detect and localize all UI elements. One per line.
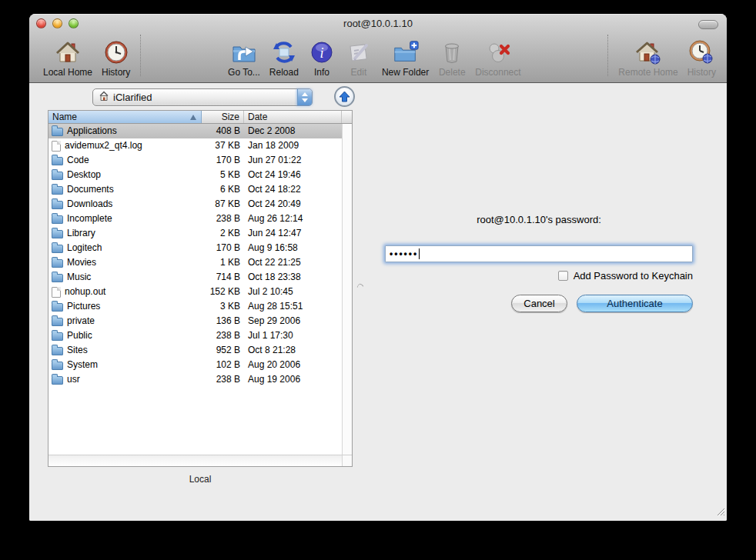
- zoom-button[interactable]: [69, 18, 79, 28]
- table-row[interactable]: Desktop 5 KB Oct 24 19:46: [49, 168, 342, 182]
- pane-resize-dimple[interactable]: [356, 282, 364, 291]
- minimize-button[interactable]: [52, 18, 62, 28]
- table-row[interactable]: Music 714 B Oct 18 23:38: [49, 270, 342, 285]
- file-name: Desktop: [67, 168, 101, 182]
- file-date: Jun 27 01:22: [244, 153, 342, 168]
- table-row[interactable]: private 136 B Sep 29 2006: [49, 314, 342, 328]
- file-date: Sep 29 2006: [244, 314, 342, 328]
- table-row[interactable]: Code 170 B Jun 27 01:22: [49, 153, 342, 168]
- table-row[interactable]: Logitech 170 B Aug 9 16:58: [49, 241, 342, 255]
- table-row[interactable]: avidemux2_qt4.log 37 KB Jan 18 2009: [49, 138, 342, 153]
- table-row[interactable]: Applications 408 B Dec 2 2008: [49, 124, 342, 138]
- stepper-down-icon: [302, 98, 308, 102]
- file-size: 238 B: [202, 372, 244, 387]
- file-name: Sites: [67, 343, 88, 358]
- file-name: Music: [67, 270, 91, 285]
- cancel-button[interactable]: Cancel: [511, 295, 567, 312]
- file-size: 136 B: [202, 314, 244, 328]
- file-date: Dec 2 2008: [244, 124, 342, 138]
- horizontal-scrollbar-track[interactable]: [49, 455, 342, 466]
- toolbar-local-home-button[interactable]: Local Home: [38, 38, 97, 78]
- app-window: root@10.0.1.10 Local Home: [29, 14, 727, 521]
- keychain-checkbox[interactable]: [558, 271, 568, 281]
- folder-icon: [52, 215, 63, 224]
- close-button[interactable]: [36, 18, 46, 28]
- file-date: Aug 26 12:14: [244, 212, 342, 226]
- toolbar-label: Disconnect: [475, 67, 520, 78]
- file-date: Oct 24 18:22: [244, 182, 342, 197]
- path-selector[interactable]: iClarified: [92, 88, 313, 106]
- table-row[interactable]: nohup.out 152 KB Jul 2 10:45: [49, 285, 342, 299]
- toolbar-new-folder-button[interactable]: New Folder: [377, 38, 433, 78]
- vertical-scrollbar-track[interactable]: [342, 124, 352, 455]
- file-size: 170 B: [202, 153, 244, 168]
- toolbar-goto-button[interactable]: Go To...: [223, 38, 265, 78]
- file-name: Movies: [67, 255, 96, 270]
- table-row[interactable]: Pictures 3 KB Aug 28 15:51: [49, 299, 342, 314]
- file-date: Oct 22 21:25: [244, 255, 342, 270]
- titlebar[interactable]: root@10.0.1.10: [29, 14, 727, 33]
- column-header-size[interactable]: Size: [202, 111, 244, 123]
- table-row[interactable]: Movies 1 KB Oct 22 21:25: [49, 255, 342, 270]
- folder-downloads-icon: [52, 201, 63, 209]
- folder-public-icon: [52, 332, 63, 341]
- table-row[interactable]: Sites 952 B Oct 8 21:28: [49, 343, 342, 358]
- toolbar-label: Edit: [351, 67, 367, 78]
- window-header: root@10.0.1.10 Local Home: [29, 14, 727, 83]
- file-name: nohup.out: [65, 285, 105, 299]
- toolbar-label: Info: [314, 67, 329, 78]
- new-folder-icon: [392, 38, 420, 66]
- column-header-date[interactable]: Date: [244, 111, 342, 123]
- toolbar-info-button[interactable]: i Info: [303, 38, 340, 78]
- file-name: Public: [67, 328, 92, 343]
- folder-library-icon: [52, 230, 63, 238]
- password-prompt-label: root@10.0.1.10's password:: [385, 214, 693, 225]
- file-size: 1 KB: [202, 255, 244, 270]
- file-name: Incomplete: [67, 212, 112, 226]
- toolbar-label: New Folder: [382, 67, 429, 78]
- table-row[interactable]: Library 2 KB Jun 24 12:47: [49, 226, 342, 241]
- traffic-lights: [36, 18, 79, 28]
- file-list-header: Name Size Date: [49, 111, 352, 124]
- toolbar-separator: [607, 35, 608, 76]
- window-resize-grip[interactable]: [714, 505, 725, 519]
- toolbar-history-button[interactable]: History: [97, 38, 135, 78]
- folder-icon: [52, 157, 63, 165]
- file-date: Oct 8 21:28: [244, 343, 342, 358]
- up-directory-button[interactable]: [334, 86, 355, 107]
- house-icon: [54, 38, 82, 66]
- file-size: 952 B: [202, 343, 244, 358]
- toolbar-edit-button: Edit: [340, 38, 377, 78]
- svg-text:i: i: [319, 45, 323, 61]
- toolbar: Local Home History: [29, 33, 727, 82]
- column-header-name[interactable]: Name: [49, 111, 202, 123]
- table-row[interactable]: Public 238 B Jul 1 17:30: [49, 328, 342, 343]
- auth-buttons: Cancel Authenticate: [385, 295, 693, 312]
- folder-icon: [52, 245, 63, 253]
- file-name: Applications: [67, 124, 117, 138]
- table-row[interactable]: Downloads 87 KB Oct 24 20:49: [49, 197, 342, 212]
- toolbar-separator: [140, 35, 141, 76]
- table-row[interactable]: System 102 B Aug 20 2006: [49, 358, 342, 372]
- folder-desktop-icon: [52, 172, 63, 180]
- folder-sites-icon: [52, 347, 63, 355]
- file-size: 87 KB: [202, 197, 244, 212]
- file-name: usr: [67, 372, 80, 387]
- remote-clock-icon: [687, 38, 715, 66]
- sort-ascending-icon: [190, 115, 196, 120]
- authenticate-button[interactable]: Authenticate: [577, 295, 693, 312]
- password-input[interactable]: ••••••: [385, 245, 693, 262]
- file-size: 102 B: [202, 358, 244, 372]
- auth-panel: root@10.0.1.10's password: •••••• Add Pa…: [385, 214, 693, 312]
- toolbar-delete-button: Delete: [433, 38, 470, 78]
- table-row[interactable]: Documents 6 KB Oct 24 18:22: [49, 182, 342, 197]
- toolbar-reload-button[interactable]: Reload: [265, 38, 303, 78]
- path-selector-stepper[interactable]: [297, 89, 312, 105]
- table-row[interactable]: usr 238 B Aug 19 2006: [49, 372, 342, 387]
- path-selector-value: iClarified: [113, 92, 152, 103]
- folder-icon: [52, 318, 63, 326]
- toolbar-toggle-pill[interactable]: [698, 20, 718, 29]
- table-row[interactable]: Incomplete 238 B Aug 26 12:14: [49, 212, 342, 226]
- toolbar-label: History: [687, 67, 716, 78]
- file-name: Library: [67, 226, 95, 241]
